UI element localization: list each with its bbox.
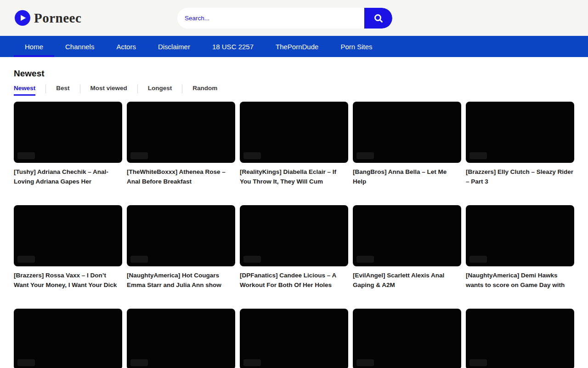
duration-badge [469,256,487,263]
video-card[interactable] [127,309,235,368]
video-card[interactable]: [Brazzers] Elly Clutch – Sleazy Rider – … [466,102,574,186]
duration-badge [17,256,35,263]
tab-best[interactable]: Best [46,84,79,96]
video-thumbnail[interactable] [353,309,461,368]
duration-badge [17,359,35,366]
page-title: Newest [14,69,574,79]
video-thumbnail[interactable] [466,205,574,266]
video-title[interactable]: [NaughtyAmerica] Demi Hawks wants to sco… [466,270,574,290]
tab-random[interactable]: Random [182,84,227,96]
video-title[interactable]: [TheWhiteBoxxx] Athenea Rose – Anal Befo… [127,167,235,186]
video-thumbnail[interactable] [14,102,122,163]
nav-item-18-usc-2257[interactable]: 18 USC 2257 [201,36,265,57]
tab-newest[interactable]: Newest [14,84,45,96]
duration-badge [17,152,35,159]
video-card[interactable] [353,309,461,368]
nav-item-actors[interactable]: Actors [105,36,147,57]
search-input[interactable] [177,8,364,29]
video-title[interactable]: [Brazzers] Rossa Vaxx – I Don’t Want You… [14,270,122,290]
nav-item-home[interactable]: Home [14,36,54,57]
nav-item-disclaimer[interactable]: Disclaimer [147,36,201,57]
nav-item-theporndude[interactable]: ThePornDude [265,36,329,57]
duration-badge [130,152,148,159]
duration-badge [130,359,148,366]
sort-tabs: Newest Best Most viewed Longest Random [14,84,574,96]
video-thumbnail[interactable] [240,309,348,368]
main-nav: Home Channels Actors Disclaimer 18 USC 2… [0,36,588,57]
video-thumbnail[interactable] [466,102,574,163]
search-bar [177,8,392,29]
duration-badge [356,359,374,366]
video-card[interactable]: [TheWhiteBoxxx] Athenea Rose – Anal Befo… [127,102,235,186]
video-card[interactable] [240,309,348,368]
video-title[interactable]: [EvilAngel] Scarlett Alexis Anal Gaping … [353,270,461,290]
duration-badge [243,359,261,366]
video-title[interactable]: [RealityKings] Diabella Eclair – If You … [240,167,348,186]
video-grid: [Tushy] Adriana Chechik – Anal-Loving Ad… [14,102,574,368]
search-button[interactable] [364,8,392,29]
duration-badge [469,152,487,159]
video-card[interactable] [14,309,122,368]
video-card[interactable]: [Tushy] Adriana Chechik – Anal-Loving Ad… [14,102,122,186]
logo[interactable]: Porneec [15,10,81,26]
play-icon [15,10,30,26]
search-icon [373,13,384,24]
header: Porneec [0,0,588,36]
video-thumbnail[interactable] [353,205,461,266]
duration-badge [243,256,261,263]
video-title[interactable]: [BangBros] Anna Bella – Let Me Help [353,167,461,186]
video-thumbnail[interactable] [14,309,122,368]
nav-item-porn-sites[interactable]: Porn Sites [329,36,383,57]
video-thumbnail[interactable] [353,102,461,163]
video-card[interactable]: [NaughtyAmerica] Hot Cougars Emma Starr … [127,205,235,290]
video-thumbnail[interactable] [127,102,235,163]
nav-item-channels[interactable]: Channels [54,36,105,57]
tab-longest[interactable]: Longest [138,84,182,96]
duration-badge [356,256,374,263]
video-card[interactable]: [Brazzers] Rossa Vaxx – I Don’t Want You… [14,205,122,290]
duration-badge [469,359,487,366]
video-thumbnail[interactable] [14,205,122,266]
video-card[interactable]: [BangBros] Anna Bella – Let Me Help [353,102,461,186]
video-card[interactable]: [RealityKings] Diabella Eclair – If You … [240,102,348,186]
brand-name: Porneec [34,11,81,26]
tab-most-viewed[interactable]: Most viewed [80,84,137,96]
video-title[interactable]: [Tushy] Adriana Chechik – Anal-Loving Ad… [14,167,122,186]
video-thumbnail[interactable] [240,205,348,266]
video-title[interactable]: [Brazzers] Elly Clutch – Sleazy Rider – … [466,167,574,186]
duration-badge [356,152,374,159]
video-thumbnail[interactable] [127,205,235,266]
duration-badge [243,152,261,159]
video-card[interactable]: [DPFanatics] Candee Licious – A Workout … [240,205,348,290]
video-thumbnail[interactable] [127,309,235,368]
video-title[interactable]: [NaughtyAmerica] Hot Cougars Emma Starr … [127,270,235,290]
video-card[interactable] [466,309,574,368]
duration-badge [130,256,148,263]
main-content: Newest Newest Best Most viewed Longest R… [0,69,588,368]
video-title[interactable]: [DPFanatics] Candee Licious – A Workout … [240,270,348,290]
video-thumbnail[interactable] [466,309,574,368]
video-card[interactable]: [NaughtyAmerica] Demi Hawks wants to sco… [466,205,574,290]
video-card[interactable]: [EvilAngel] Scarlett Alexis Anal Gaping … [353,205,461,290]
video-thumbnail[interactable] [240,102,348,163]
